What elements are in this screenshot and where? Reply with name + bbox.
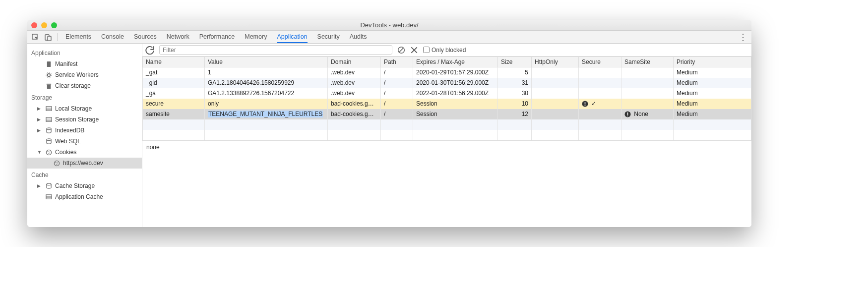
tab-console[interactable]: Console — [101, 31, 124, 43]
cell-name[interactable]: secure — [143, 99, 205, 109]
only-blocked-input[interactable] — [423, 47, 430, 53]
cell-domain[interactable]: bad-cookies.g… — [328, 109, 381, 119]
cell-size[interactable]: 10 — [498, 99, 532, 109]
cell-secure[interactable] — [579, 78, 621, 88]
cell-empty — [674, 130, 751, 140]
column-header-value[interactable]: Value — [205, 57, 328, 67]
trash-icon — [45, 82, 52, 89]
sidebar-item-manifest[interactable]: Manifest — [27, 58, 142, 69]
cell-httponly[interactable] — [532, 99, 579, 109]
cell-expires[interactable]: Session — [413, 99, 498, 109]
sidebar-item-local-storage[interactable]: ▶Local Storage — [27, 103, 142, 114]
sidebar-item-https-web-dev[interactable]: https://web.dev — [27, 158, 142, 169]
cell-samesite[interactable]: None — [621, 109, 674, 119]
cell-value[interactable]: GA1.2.1338892726.1567204722 — [205, 88, 328, 99]
clear-all-icon[interactable] — [397, 46, 405, 54]
tab-security[interactable]: Security — [317, 31, 340, 43]
cell-domain[interactable]: .web.dev — [328, 88, 381, 99]
cell-name[interactable]: _ga — [143, 88, 205, 99]
column-header-samesite[interactable]: SameSite — [621, 57, 674, 67]
cell-size[interactable]: 12 — [498, 109, 532, 119]
tab-elements[interactable]: Elements — [65, 31, 91, 43]
cell-path[interactable]: / — [381, 88, 413, 99]
only-blocked-checkbox[interactable]: Only blocked — [423, 47, 466, 54]
column-header-name[interactable]: Name — [143, 57, 205, 67]
cell-secure[interactable] — [579, 67, 621, 78]
cell-priority[interactable]: Medium — [674, 109, 751, 119]
sidebar-item-cookies[interactable]: ▼Cookies — [27, 147, 142, 158]
cell-priority[interactable]: Medium — [674, 67, 751, 78]
sidebar-item-session-storage[interactable]: ▶Session Storage — [27, 114, 142, 125]
cell-domain[interactable]: bad-cookies.g… — [328, 99, 381, 109]
cell-name[interactable]: samesite — [143, 109, 205, 119]
cell-priority[interactable]: Medium — [674, 88, 751, 99]
cell-expires[interactable]: Session — [413, 109, 498, 119]
tab-audits[interactable]: Audits — [350, 31, 367, 43]
column-header-priority[interactable]: Priority — [674, 57, 751, 67]
cell-empty — [621, 130, 674, 140]
column-header-size[interactable]: Size — [498, 57, 532, 67]
cell-expires[interactable]: 2022-01-28T01:56:29.000Z — [413, 88, 498, 99]
column-header-httponly[interactable]: HttpOnly — [532, 57, 579, 67]
cell-samesite[interactable] — [621, 78, 674, 88]
column-header-secure[interactable]: Secure — [579, 57, 621, 67]
table-row[interactable]: _gaGA1.2.1338892726.1567204722.web.dev/2… — [143, 88, 751, 99]
cell-samesite[interactable] — [621, 88, 674, 99]
cell-path[interactable]: / — [381, 109, 413, 119]
cell-httponly[interactable] — [532, 88, 579, 99]
cell-name[interactable]: _gid — [143, 78, 205, 88]
tab-memory[interactable]: Memory — [245, 31, 267, 43]
cell-domain[interactable]: .web.dev — [328, 78, 381, 88]
delete-selected-icon[interactable] — [410, 46, 418, 54]
table-row[interactable]: samesiteTEENAGE_MUTANT_NINJA_FLEURTLESba… — [143, 109, 751, 119]
cell-empty — [381, 119, 413, 130]
cell-expires[interactable]: 2020-01-30T01:56:29.000Z — [413, 78, 498, 88]
cell-priority[interactable]: Medium — [674, 78, 751, 88]
cell-path[interactable]: / — [381, 78, 413, 88]
column-header-domain[interactable]: Domain — [328, 57, 381, 67]
table-row[interactable]: _gidGA1.2.1804046426.1580259929.web.dev/… — [143, 78, 751, 88]
sidebar-item-cache-storage[interactable]: ▶Cache Storage — [27, 180, 142, 191]
cell-httponly[interactable] — [532, 78, 579, 88]
cell-httponly[interactable] — [532, 109, 579, 119]
refresh-icon[interactable] — [145, 46, 154, 55]
cell-value[interactable]: only — [205, 99, 328, 109]
cell-secure[interactable] — [579, 88, 621, 99]
cookies-table[interactable]: NameValueDomainPathExpires / Max-AgeSize… — [142, 57, 751, 140]
tab-network[interactable]: Network — [167, 31, 189, 43]
tab-performance[interactable]: Performance — [199, 31, 235, 43]
cell-expires[interactable]: 2020-01-29T01:57:29.000Z — [413, 67, 498, 78]
filter-input[interactable] — [159, 45, 392, 55]
cell-path[interactable]: / — [381, 99, 413, 109]
cell-value[interactable]: TEENAGE_MUTANT_NINJA_FLEURTLES — [205, 109, 328, 119]
cell-value[interactable]: 1 — [205, 67, 328, 78]
table-row[interactable]: secureonlybad-cookies.g…/Session10 ✓Medi… — [143, 99, 751, 109]
inspect-icon[interactable] — [31, 33, 39, 41]
table-row[interactable]: _gat1.web.dev/2020-01-29T01:57:29.000Z5M… — [143, 67, 751, 78]
column-header-expires-max-age[interactable]: Expires / Max-Age — [413, 57, 498, 67]
tab-application[interactable]: Application — [277, 31, 307, 43]
cell-size[interactable]: 30 — [498, 88, 532, 99]
device-toggle-icon[interactable] — [44, 33, 52, 41]
cell-httponly[interactable] — [532, 67, 579, 78]
cell-priority[interactable]: Medium — [674, 99, 751, 109]
cell-empty — [498, 130, 532, 140]
cell-samesite[interactable] — [621, 67, 674, 78]
sidebar-item-service-workers[interactable]: Service Workers — [27, 69, 142, 80]
cell-name[interactable]: _gat — [143, 67, 205, 78]
cell-size[interactable]: 31 — [498, 78, 532, 88]
cell-value[interactable]: GA1.2.1804046426.1580259929 — [205, 78, 328, 88]
cell-path[interactable]: / — [381, 67, 413, 78]
sidebar-item-application-cache[interactable]: Application Cache — [27, 191, 142, 202]
sidebar-item-indexeddb[interactable]: ▶IndexedDB — [27, 125, 142, 136]
cell-secure[interactable]: ✓ — [579, 99, 621, 109]
cell-size[interactable]: 5 — [498, 67, 532, 78]
sidebar-item-web-sql[interactable]: Web SQL — [27, 136, 142, 147]
more-menu-icon[interactable]: ⋮ — [739, 32, 747, 43]
sidebar-item-clear-storage[interactable]: Clear storage — [27, 80, 142, 91]
cell-domain[interactable]: .web.dev — [328, 67, 381, 78]
column-header-path[interactable]: Path — [381, 57, 413, 67]
tab-sources[interactable]: Sources — [134, 31, 157, 43]
cell-samesite[interactable] — [621, 99, 674, 109]
cell-secure[interactable] — [579, 109, 621, 119]
